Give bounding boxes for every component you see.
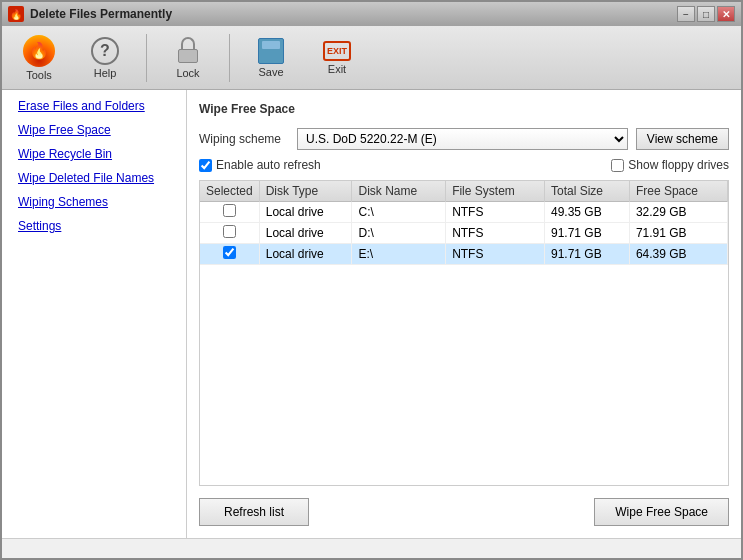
main-window: 🔥 Delete Files Permanently − □ ✕ 🔥 Tools… — [0, 0, 743, 560]
drive-table: Selected Disk Type Disk Name File System… — [199, 180, 729, 486]
col-free-space: Free Space — [629, 181, 727, 202]
auto-refresh-checkbox[interactable] — [199, 159, 212, 172]
free-space-cell: 71.91 GB — [629, 223, 727, 244]
row-checkbox-cell — [200, 202, 259, 223]
sidebar: Erase Files and Folders Wipe Free Space … — [2, 90, 187, 538]
wiping-scheme-label: Wiping scheme — [199, 132, 289, 146]
free-space-cell: 64.39 GB — [629, 244, 727, 265]
free-space-cell: 32.29 GB — [629, 202, 727, 223]
content-area: Wipe Free Space Wiping scheme U.S. DoD 5… — [187, 90, 741, 538]
sidebar-item-wipe-deleted[interactable]: Wipe Deleted File Names — [2, 166, 186, 190]
title-bar: 🔥 Delete Files Permanently − □ ✕ — [2, 2, 741, 26]
drive-select-checkbox[interactable] — [223, 204, 236, 217]
close-button[interactable]: ✕ — [717, 6, 735, 22]
refresh-list-button[interactable]: Refresh list — [199, 498, 309, 526]
toolbar: 🔥 Tools ? Help Lock Save EXIT Exit — [2, 26, 741, 90]
table-row: Local driveD:\NTFS91.71 GB71.91 GB — [200, 223, 728, 244]
main-layout: Erase Files and Folders Wipe Free Space … — [2, 90, 741, 538]
disk-name-cell: D:\ — [352, 223, 446, 244]
toolbar-separator-1 — [146, 34, 147, 82]
lock-label: Lock — [176, 67, 199, 79]
disk-name-cell: E:\ — [352, 244, 446, 265]
save-label: Save — [258, 66, 283, 78]
tools-label: Tools — [26, 69, 52, 81]
minimize-button[interactable]: − — [677, 6, 695, 22]
table-row: Local driveE:\NTFS91.71 GB64.39 GB — [200, 244, 728, 265]
exit-label: Exit — [328, 63, 346, 75]
drives-table: Selected Disk Type Disk Name File System… — [200, 181, 728, 265]
auto-refresh-label[interactable]: Enable auto refresh — [199, 158, 321, 172]
save-button[interactable]: Save — [242, 30, 300, 86]
sidebar-item-wiping-schemes[interactable]: Wiping Schemes — [2, 190, 186, 214]
maximize-button[interactable]: □ — [697, 6, 715, 22]
help-icon: ? — [91, 37, 119, 65]
row-checkbox-cell — [200, 244, 259, 265]
col-total-size: Total Size — [544, 181, 629, 202]
show-floppy-checkbox[interactable] — [611, 159, 624, 172]
disk-name-cell: C:\ — [352, 202, 446, 223]
table-body: Local driveC:\NTFS49.35 GB32.29 GBLocal … — [200, 202, 728, 265]
total-size-cell: 49.35 GB — [544, 202, 629, 223]
auto-refresh-text: Enable auto refresh — [216, 158, 321, 172]
exit-icon: EXIT — [323, 41, 351, 61]
exit-button[interactable]: EXIT Exit — [308, 30, 366, 86]
section-title: Wipe Free Space — [199, 102, 729, 116]
help-button[interactable]: ? Help — [76, 30, 134, 86]
disk-type-cell: Local drive — [259, 244, 352, 265]
file-system-cell: NTFS — [446, 223, 545, 244]
sidebar-item-wipe-recycle[interactable]: Wipe Recycle Bin — [2, 142, 186, 166]
sidebar-item-settings[interactable]: Settings — [2, 214, 186, 238]
col-disk-type: Disk Type — [259, 181, 352, 202]
sidebar-item-wipe-free-space[interactable]: Wipe Free Space — [2, 118, 186, 142]
sidebar-item-erase-files[interactable]: Erase Files and Folders — [2, 94, 186, 118]
wiping-scheme-select[interactable]: U.S. DoD 5220.22-M (E)Gutmann (35 passes… — [297, 128, 628, 150]
lock-icon — [176, 37, 200, 65]
file-system-cell: NTFS — [446, 202, 545, 223]
show-floppy-text: Show floppy drives — [628, 158, 729, 172]
total-size-cell: 91.71 GB — [544, 223, 629, 244]
table-row: Local driveC:\NTFS49.35 GB32.29 GB — [200, 202, 728, 223]
lock-button[interactable]: Lock — [159, 30, 217, 86]
app-icon: 🔥 — [8, 6, 24, 22]
show-floppy-label[interactable]: Show floppy drives — [611, 158, 729, 172]
drive-select-checkbox[interactable] — [223, 246, 236, 259]
toolbar-separator-2 — [229, 34, 230, 82]
window-controls: − □ ✕ — [677, 6, 735, 22]
disk-type-cell: Local drive — [259, 223, 352, 244]
wiping-scheme-row: Wiping scheme U.S. DoD 5220.22-M (E)Gutm… — [199, 128, 729, 150]
window-title: Delete Files Permanently — [30, 7, 671, 21]
col-file-system: File System — [446, 181, 545, 202]
wiping-scheme-select-wrapper: U.S. DoD 5220.22-M (E)Gutmann (35 passes… — [297, 128, 628, 150]
table-header: Selected Disk Type Disk Name File System… — [200, 181, 728, 202]
bottom-bar: Refresh list Wipe Free Space — [199, 498, 729, 526]
wipe-free-space-button[interactable]: Wipe Free Space — [594, 498, 729, 526]
file-system-cell: NTFS — [446, 244, 545, 265]
row-checkbox-cell — [200, 223, 259, 244]
col-disk-name: Disk Name — [352, 181, 446, 202]
options-row: Enable auto refresh Show floppy drives — [199, 158, 729, 172]
status-bar — [2, 538, 741, 558]
disk-type-cell: Local drive — [259, 202, 352, 223]
drive-select-checkbox[interactable] — [223, 225, 236, 238]
view-scheme-button[interactable]: View scheme — [636, 128, 729, 150]
tools-icon: 🔥 — [23, 35, 55, 67]
total-size-cell: 91.71 GB — [544, 244, 629, 265]
tools-button[interactable]: 🔥 Tools — [10, 30, 68, 86]
help-label: Help — [94, 67, 117, 79]
save-icon — [258, 38, 284, 64]
col-selected: Selected — [200, 181, 259, 202]
